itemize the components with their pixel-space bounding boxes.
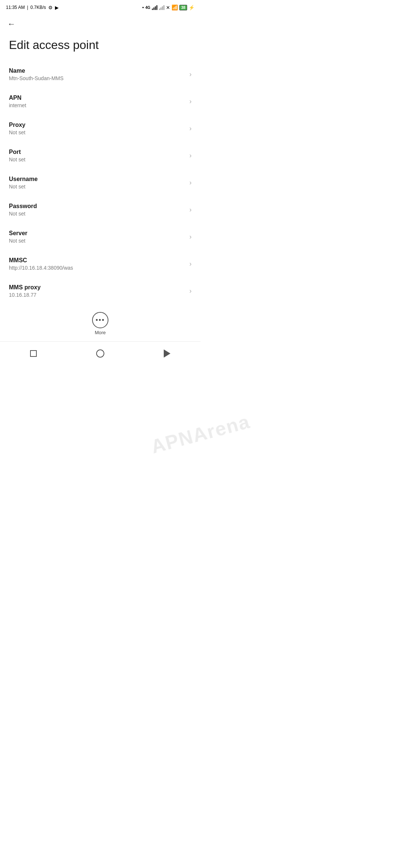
settings-label-5: Password — [9, 203, 186, 210]
settings-label-2: Proxy — [9, 122, 186, 128]
settings-item[interactable]: Proxy Not set › — [0, 115, 200, 142]
chevron-right-icon: › — [189, 70, 192, 78]
settings-item-content-5: Password Not set — [9, 203, 186, 217]
chevron-right-icon: › — [189, 260, 192, 268]
nav-home-button[interactable] — [89, 346, 111, 361]
settings-item[interactable]: Name Mtn-South-Sudan-MMS › — [0, 61, 200, 88]
settings-value-0: Mtn-South-Sudan-MMS — [9, 75, 186, 81]
settings-item[interactable]: Password Not set › — [0, 196, 200, 223]
chevron-right-icon: › — [189, 125, 192, 132]
x-icon: ✕ — [166, 5, 170, 10]
speed: 0.7KB/s — [30, 5, 46, 10]
settings-label-1: APN — [9, 95, 186, 101]
settings-item-content-1: APN internet — [9, 95, 186, 108]
settings-value-3: Not set — [9, 157, 186, 162]
chevron-right-icon: › — [189, 206, 192, 214]
settings-item[interactable]: MMS proxy 10.16.18.77 › — [0, 277, 200, 305]
settings-label-4: Username — [9, 176, 186, 183]
more-button[interactable]: ••• More — [92, 312, 108, 335]
charging-icon: ⚡ — [189, 5, 195, 10]
settings-item-content-4: Username Not set — [9, 176, 186, 190]
settings-value-5: Not set — [9, 211, 186, 217]
more-circle-icon: ••• — [92, 312, 108, 328]
settings-item-content-2: Proxy Not set — [9, 122, 186, 135]
camera-icon: ▶ — [55, 5, 59, 10]
settings-item-content-0: Name Mtn-South-Sudan-MMS — [9, 68, 186, 81]
chevron-right-icon: › — [189, 98, 192, 105]
settings-value-2: Not set — [9, 129, 186, 135]
settings-item[interactable]: Username Not set › — [0, 169, 200, 196]
status-left: 11:35 AM | 0.7KB/s ⚙ ▶ — [6, 5, 59, 10]
settings-item[interactable]: APN internet › — [0, 88, 200, 115]
more-dots-icon: ••• — [96, 317, 105, 323]
settings-item[interactable]: Port Not set › — [0, 142, 200, 169]
nav-recents-button[interactable] — [22, 346, 45, 361]
separator: | — [27, 5, 28, 10]
settings-item[interactable]: Server Not set › — [0, 223, 200, 250]
settings-label-7: MMSC — [9, 257, 186, 264]
chevron-right-icon: › — [189, 152, 192, 160]
settings-item-content-8: MMS proxy 10.16.18.77 — [9, 284, 186, 298]
time: 11:35 AM — [6, 5, 25, 10]
wifi-icon: 📶 — [172, 4, 178, 10]
settings-value-7: http://10.16.18.4:38090/was — [9, 265, 186, 271]
battery: 38 — [179, 5, 187, 10]
more-label: More — [95, 330, 106, 335]
settings-value-1: internet — [9, 102, 186, 108]
settings-value-4: Not set — [9, 184, 186, 190]
settings-item-content-3: Port Not set — [9, 149, 186, 162]
chevron-right-icon: › — [189, 287, 192, 295]
bottom-nav — [0, 341, 200, 367]
more-section: ••• More — [0, 305, 200, 341]
signal-bars-2 — [159, 5, 164, 10]
home-icon — [96, 349, 104, 358]
settings-list: Name Mtn-South-Sudan-MMS › APN internet … — [0, 61, 200, 305]
settings-label-3: Port — [9, 149, 186, 155]
page-title: Edit access point — [0, 33, 200, 61]
recents-icon — [30, 350, 37, 357]
nav-back-button[interactable] — [156, 346, 178, 361]
signal-bars-1 — [152, 5, 157, 10]
settings-label-8: MMS proxy — [9, 284, 186, 291]
back-button[interactable]: ← — [6, 18, 17, 30]
settings-item[interactable]: MMSC http://10.16.18.4:38090/was › — [0, 250, 200, 277]
top-nav: ← — [0, 13, 200, 33]
bluetooth-icon: • — [142, 5, 144, 10]
back-nav-icon — [164, 349, 170, 358]
settings-item-content-7: MMSC http://10.16.18.4:38090/was — [9, 257, 186, 271]
chevron-right-icon: › — [189, 233, 192, 241]
watermark: APNArena — [149, 410, 200, 434]
settings-icon: ⚙ — [48, 5, 53, 10]
settings-item-content-6: Server Not set — [9, 230, 186, 244]
settings-value-8: 10.16.18.77 — [9, 292, 186, 298]
settings-value-6: Not set — [9, 238, 186, 244]
chevron-right-icon: › — [189, 179, 192, 187]
network-4g: 4G — [146, 6, 150, 10]
settings-label-0: Name — [9, 68, 186, 74]
status-bar: 11:35 AM | 0.7KB/s ⚙ ▶ • 4G ✕ 📶 38 ⚡ — [0, 0, 200, 13]
settings-label-6: Server — [9, 230, 186, 237]
status-right: • 4G ✕ 📶 38 ⚡ — [142, 4, 195, 10]
back-arrow-icon: ← — [7, 19, 16, 29]
